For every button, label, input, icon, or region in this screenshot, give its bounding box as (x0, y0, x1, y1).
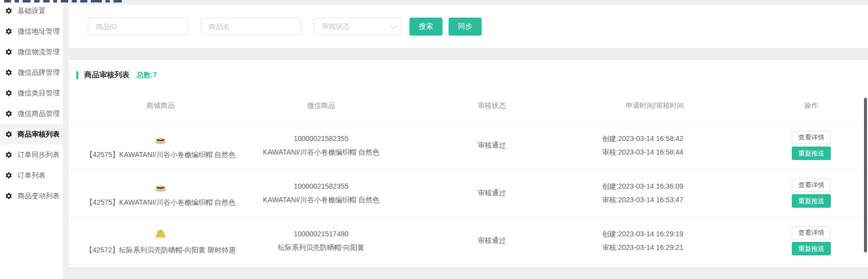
sidebar-item-order-sync-list[interactable]: 订单同步列表 (0, 145, 63, 165)
audited-time: 审核:2023-03-14 16:58:44 (602, 146, 722, 159)
sidebar-item-label: 微信类目管理 (18, 89, 60, 98)
wechat-product-name: KAWATANI/川谷小卷檐编织帽 自然色 (246, 193, 396, 207)
list-total-count: 总数:7 (136, 71, 157, 80)
gear-icon (5, 69, 13, 76)
wechat-product-name: KAWATANI/川谷小卷檐编织帽 自然色 (246, 146, 396, 159)
list-header: 商品审核列表 总数:7 (69, 60, 868, 80)
sidebar-item-wechat-product[interactable]: 微信商品管理 (0, 103, 63, 124)
mall-product-name: 【42572】纭际系列贝壳防晒帽-向阳黄 限时特惠 (85, 246, 235, 254)
cropped-header-text (4, 0, 122, 3)
sidebar-item-label: 微信物流管理 (18, 48, 60, 57)
table-row: 【42575】KAWATANI/川谷小卷檐编织帽 自然色 10000021582… (69, 122, 868, 170)
repush-button[interactable]: 重新推送 (792, 242, 831, 255)
list-title: 商品审核列表 (84, 70, 129, 80)
gear-icon (5, 172, 13, 179)
sidebar-item-label: 商品审核列表 (18, 130, 60, 139)
gear-icon (5, 130, 13, 138)
sidebar-item-label: 商品变动列表 (18, 192, 60, 201)
sidebar-item-product-change-list[interactable]: 商品变动列表 (0, 186, 63, 206)
sidebar-item-wechat-logistics[interactable]: 微信物流管理 (0, 42, 63, 62)
audited-time: 审核:2023-03-14 16:29:21 (602, 241, 722, 254)
sidebar-item-product-audit-list[interactable]: 商品审核列表 (0, 124, 63, 145)
chevron-down-icon (390, 23, 397, 29)
col-header-mall-product: 商城商品 (75, 101, 246, 110)
table-row: 【42575】KAWATANI/川谷小卷檐编织帽 自然色 10000021582… (69, 170, 868, 217)
sync-button[interactable]: 同步 (449, 18, 482, 36)
wechat-product-id: 10000021517480 (246, 227, 396, 241)
audit-status: 审核通过 (396, 236, 587, 245)
repush-button[interactable]: 重新推送 (792, 194, 831, 208)
sidebar-item-label: 基础设置 (18, 7, 46, 16)
mall-product-name: 【42575】KAWATANI/川谷小卷檐编织帽 自然色 (86, 151, 236, 159)
accent-bar (76, 71, 78, 79)
table-header-row: 商城商品 微信商品 审核状态 申请时间/审核时间 操作 (69, 90, 868, 122)
straw-hat-product-image (153, 180, 168, 192)
wechat-product-id: 10000021582355 (246, 180, 396, 193)
sidebar-item-wechat-category[interactable]: 微信类目管理 (0, 83, 63, 103)
audit-status: 审核通过 (396, 189, 587, 198)
created-time: 创建:2023-03-14 16:58:42 (602, 132, 722, 146)
gear-icon (5, 48, 13, 56)
gear-icon (5, 151, 13, 159)
wechat-product-name: 纭际系列贝壳防晒帽-向阳黄 (246, 241, 396, 254)
audit-list-card: 商品审核列表 总数:7 商城商品 微信商品 审核状态 申请时间/审核时间 操作 … (69, 60, 868, 267)
sidebar-item-wechat-address[interactable]: 微信地址管理 (0, 21, 63, 42)
col-header-audit-status: 审核状态 (396, 101, 587, 110)
view-detail-button[interactable]: 查看详情 (792, 131, 831, 144)
product-id-input[interactable] (88, 18, 188, 36)
col-header-actions: 操作 (761, 101, 861, 110)
yellow-hat-product-image (153, 228, 168, 240)
sidebar-item-label: 微信商品管理 (18, 109, 60, 118)
created-time: 创建:2023-03-14 16:29:19 (602, 227, 722, 241)
gear-icon (5, 192, 13, 200)
gear-icon (5, 110, 13, 117)
sidebar-item-label: 订单列表 (18, 171, 46, 180)
mall-product-name: 【42575】KAWATANI/川谷小卷檐编织帽 自然色 (86, 198, 236, 207)
sidebar: 基础设置 微信地址管理 微信物流管理 微信品牌管理 微信类目管理 微信商品管理 … (0, 0, 63, 279)
partial-table-row (69, 265, 868, 267)
view-detail-button[interactable]: 查看详情 (792, 226, 831, 239)
gear-icon (5, 89, 13, 97)
audited-time: 审核:2023-03-14 16:53:47 (602, 193, 722, 207)
gear-icon (5, 7, 13, 15)
audit-status-placeholder: 审核状态 (322, 22, 350, 31)
created-time: 创建:2023-03-14 16:36:09 (602, 180, 722, 193)
gear-icon (5, 28, 13, 35)
view-detail-button[interactable]: 查看详情 (792, 179, 831, 192)
col-header-apply-audit-time: 申请时间/审核时间 (587, 101, 722, 110)
sidebar-item-label: 微信地址管理 (18, 27, 60, 36)
sidebar-item-order-list[interactable]: 订单列表 (0, 165, 63, 186)
table-row: 【42572】纭际系列贝壳防晒帽-向阳黄 限时特惠 10000021517480… (69, 217, 868, 265)
audit-status: 审核通过 (396, 141, 587, 150)
repush-button[interactable]: 重新推送 (792, 147, 831, 160)
vertical-scrollbar-thumb[interactable] (864, 98, 867, 252)
product-name-input[interactable] (201, 18, 301, 36)
sidebar-item-label: 微信品牌管理 (18, 68, 60, 77)
straw-hat-product-image (153, 132, 168, 145)
col-header-wechat-product: 微信商品 (246, 101, 396, 110)
wechat-product-id: 10000021582355 (246, 132, 396, 146)
search-button[interactable]: 搜索 (409, 18, 443, 36)
main-content: 审核状态 搜索 同步 商品审核列表 总数:7 商城商品 微信商品 审核状态 申请… (69, 0, 868, 279)
sidebar-item-basic-settings[interactable]: 基础设置 (0, 1, 63, 21)
sidebar-item-label: 订单同步列表 (18, 151, 60, 160)
filter-bar: 审核状态 搜索 同步 (69, 5, 868, 48)
sidebar-item-wechat-brand[interactable]: 微信品牌管理 (0, 62, 63, 83)
audit-status-select[interactable]: 审核状态 (314, 18, 401, 36)
